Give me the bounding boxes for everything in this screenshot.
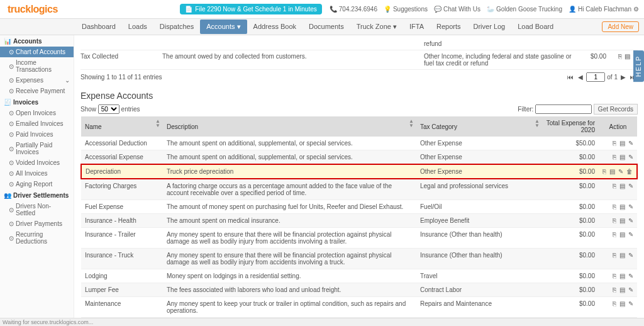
edit-icon[interactable]: ✎ [628, 273, 633, 279]
excel-icon[interactable]: ▤ [619, 203, 625, 210]
copy-icon[interactable]: ⎘ [613, 231, 616, 238]
nav-documents[interactable]: Documents [303, 20, 350, 34]
sidebar-item-expenses[interactable]: ⊙Expenses⌄ [0, 75, 74, 86]
sidebar-header-invoices: 🧾Invoices [0, 96, 74, 108]
sidebar-item-drivers-non-settled[interactable]: ⊙Drivers Non-Settled [0, 201, 74, 218]
phone-number: 704.234.6946 [339, 6, 377, 13]
copy-icon[interactable]: ⎘ [602, 168, 606, 175]
company-label: Golden Goose Trucking [496, 6, 562, 13]
excel-icon[interactable]: ▤ [619, 154, 625, 160]
nav-truck-zone[interactable]: Truck Zone ▾ [350, 20, 403, 34]
nav-load-board[interactable]: Load Board [511, 20, 560, 34]
edit-icon[interactable]: ✎ [628, 286, 633, 293]
sidebar-item-voided-invoices[interactable]: ⊙Voided Invoices [0, 157, 74, 168]
excel-icon[interactable]: ▤ [619, 183, 625, 189]
edit-icon[interactable]: ✎ [628, 300, 633, 307]
excel-icon[interactable]: ▤ [619, 273, 625, 279]
copy-icon[interactable]: ⎘ [618, 53, 622, 67]
entries-select[interactable]: 50 [98, 104, 119, 114]
nav-dashboard[interactable]: Dashboard [75, 20, 122, 34]
sidebar-item-driver-payments[interactable]: ⊙Driver Payments [0, 218, 74, 229]
filter-input[interactable] [535, 104, 592, 114]
excel-icon[interactable]: ▤ [619, 217, 625, 224]
company-link[interactable]: 🦢 Golden Goose Trucking [487, 6, 562, 13]
header-right: 📞 704.234.6946 💡 Suggestions 💬 Chat With… [330, 6, 639, 13]
excel-icon[interactable]: ▤ [619, 286, 625, 293]
row-name: Fuel Expense [81, 200, 163, 214]
copy-icon[interactable]: ⎘ [613, 300, 616, 307]
phone-link[interactable]: 📞 704.234.6946 [330, 6, 377, 13]
copy-icon[interactable]: ⎘ [613, 273, 616, 279]
excel-icon[interactable]: ▤ [619, 140, 625, 147]
sidebar-item-receive-payment[interactable]: ⊙Receive Payment [0, 86, 74, 96]
help-tab[interactable]: HELP [633, 50, 644, 82]
edit-icon[interactable]: ✎ [628, 154, 633, 160]
circle-icon: ⊙ [9, 145, 14, 152]
nav-accounts[interactable]: Accounts ▾ [200, 20, 247, 34]
sidebar-item-chart-of-accounts[interactable]: ⊙Chart of Accounts [0, 47, 74, 57]
logo[interactable]: trucklogics [5, 4, 60, 15]
edit-icon[interactable]: ✎ [628, 231, 633, 238]
edit-icon[interactable]: ✎ [618, 168, 623, 175]
nav-driver-log[interactable]: Driver Log [467, 20, 512, 34]
circle-icon: ⊙ [9, 220, 14, 227]
sidebar-item-paid-invoices[interactable]: ⊙Paid Invoices [0, 129, 74, 140]
col-desc[interactable]: Description▲▼ [163, 116, 416, 137]
row-total: $0.00 [542, 200, 599, 214]
copy-icon[interactable]: ⎘ [613, 217, 616, 224]
edit-icon[interactable]: ✎ [628, 217, 633, 224]
copy-icon[interactable]: ⎘ [613, 183, 616, 189]
nav-loads[interactable]: Loads [122, 20, 153, 34]
nav-ifta[interactable]: IFTA [403, 20, 430, 34]
add-new-button[interactable]: Add New [602, 21, 639, 32]
excel-icon[interactable]: ▤ [609, 168, 615, 175]
copy-icon[interactable]: ⎘ [613, 203, 616, 210]
pager-page-input[interactable] [586, 72, 605, 82]
nav-bar: DashboardLoadsDispatchesAccounts ▾Addres… [0, 19, 644, 35]
excel-icon[interactable]: ▤ [619, 252, 625, 259]
copy-icon[interactable]: ⎘ [613, 140, 616, 147]
edit-icon[interactable]: ✎ [628, 252, 633, 259]
get-records-button[interactable]: Get Records [594, 104, 638, 115]
copy-icon[interactable]: ⎘ [613, 286, 616, 293]
nav-dispatches[interactable]: Dispatches [153, 20, 200, 34]
table-row: Insurance - TruckAny money spent to ensu… [81, 249, 637, 269]
col-cat[interactable]: Tax Category▲▼ [416, 116, 542, 137]
excel-icon[interactable]: ▤ [619, 231, 625, 238]
pager-next[interactable]: ▶ [619, 74, 627, 81]
suggestions-link[interactable]: 💡 Suggestions [384, 6, 428, 13]
chat-link[interactable]: 💬 Chat With Us [434, 6, 480, 13]
nav-reports[interactable]: Reports [430, 20, 467, 34]
sidebar-item-income-transactions[interactable]: ⊙Income Transactions [0, 57, 74, 75]
sidebar-item-aging-report[interactable]: ⊙Aging Report [0, 179, 74, 189]
chat-icon: 💬 [434, 6, 441, 13]
copy-icon[interactable]: ⎘ [613, 154, 616, 160]
edit-icon[interactable]: ✎ [628, 203, 633, 210]
user-menu[interactable]: 👤 Hi Caleb Flachman ⚙ [569, 6, 639, 13]
row-name: Lodging [81, 269, 163, 283]
sidebar-item-partially-paid-invoices[interactable]: ⊙Partially Paid Invoices [0, 140, 74, 157]
row-actions: ⎘▤✎ [602, 217, 633, 224]
pager-prev[interactable]: ◀ [577, 74, 584, 81]
edit-icon[interactable]: ✎ [628, 183, 633, 189]
excel-icon[interactable]: ▤ [619, 300, 625, 307]
gear-icon[interactable]: ⚙ [633, 6, 639, 13]
row-name: Insurance - Trailer [81, 228, 163, 249]
row-cat: Insurance (Other than health) [416, 228, 542, 249]
sidebar-item-all-invoices[interactable]: ⊙All Invoices [0, 168, 74, 179]
nav-address-book[interactable]: Address Book [247, 20, 303, 34]
row-name: Depreciation [81, 164, 163, 179]
sidebar-item-recurring-deductions[interactable]: ⊙Recurring Deductions [0, 229, 74, 247]
promo-button[interactable]: 📄 File 2290 Now & Get Schedule 1 in Minu… [180, 4, 321, 14]
edit-icon[interactable]: ✎ [628, 140, 633, 147]
row-desc: Truck price depreciation [163, 164, 416, 179]
sidebar-item-open-invoices[interactable]: ⊙Open Invoices [0, 108, 74, 118]
sidebar-item-emailed-invoices[interactable]: ⊙Emailed Invoices [0, 118, 74, 129]
excel-icon[interactable]: ▤ [625, 53, 630, 67]
pager-first[interactable]: ⏮ [566, 74, 575, 81]
circle-icon: ⊙ [9, 120, 14, 127]
col-total[interactable]: Total Expense for 2020 [542, 116, 599, 137]
delete-icon[interactable]: 🗑 [626, 168, 633, 175]
copy-icon[interactable]: ⎘ [613, 252, 616, 259]
col-name[interactable]: Name▲▼ [81, 116, 163, 137]
